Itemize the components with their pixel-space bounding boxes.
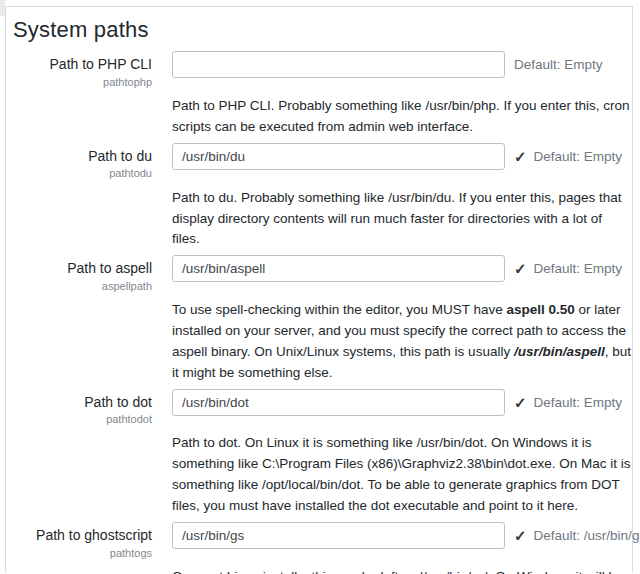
check-icon: ✓ bbox=[514, 528, 527, 543]
setting-label-col: Path to du pathtodu bbox=[6, 143, 172, 181]
setting-description: To use spell-checking within the editor,… bbox=[172, 300, 631, 384]
setting-shortname: pathtodot bbox=[6, 413, 152, 426]
aspellpath-input[interactable] bbox=[172, 255, 505, 282]
pathtodot-input[interactable] bbox=[172, 389, 505, 416]
setting-label: Path to dot bbox=[6, 394, 152, 412]
setting-row-pathtophp: Path to PHP CLI pathtophp ✓ Default: Emp… bbox=[6, 51, 632, 141]
setting-label: Path to aspell bbox=[6, 260, 152, 278]
check-icon: ✓ bbox=[514, 261, 527, 276]
setting-label: Path to PHP CLI bbox=[6, 56, 152, 74]
default-value: Default: Empty bbox=[514, 57, 603, 72]
setting-description: Path to PHP CLI. Probably something like… bbox=[172, 96, 631, 138]
default-value: Default: Empty bbox=[534, 395, 623, 410]
settings-page: System paths Path to PHP CLI pathtophp ✓… bbox=[5, 6, 633, 573]
setting-label-col: Path to ghostscript pathtogs bbox=[6, 522, 172, 560]
check-icon: ✓ bbox=[514, 395, 527, 410]
default-value: Default: Empty bbox=[534, 149, 623, 164]
setting-row-pathtodu: Path to du pathtodu ✓ Default: Empty Pat… bbox=[6, 143, 632, 253]
setting-default-col: ✓ Default: Empty bbox=[514, 143, 632, 170]
setting-description: On most Linux installs, this can be left… bbox=[172, 567, 631, 574]
setting-label-col: Path to PHP CLI pathtophp bbox=[6, 51, 172, 89]
setting-row-pathtodot: Path to dot pathtodot ✓ Default: Empty P… bbox=[6, 389, 632, 520]
setting-input-col bbox=[172, 143, 505, 170]
default-value: Default: /usr/bin/gs bbox=[534, 528, 640, 543]
setting-shortname: aspellpath bbox=[6, 280, 152, 293]
setting-default-col: ✓ Default: /usr/bin/gs bbox=[514, 522, 640, 549]
setting-input-col bbox=[172, 51, 505, 78]
setting-shortname: pathtodu bbox=[6, 167, 152, 180]
setting-label-col: Path to dot pathtodot bbox=[6, 389, 172, 427]
setting-label: Path to du bbox=[6, 148, 152, 166]
setting-default-col: ✓ Default: Empty bbox=[514, 389, 632, 416]
setting-input-col bbox=[172, 522, 505, 549]
setting-description: Path to dot. On Linux it is something li… bbox=[172, 433, 631, 517]
setting-label: Path to ghostscript bbox=[6, 527, 152, 545]
system-paths-form: Path to PHP CLI pathtophp ✓ Default: Emp… bbox=[6, 51, 632, 574]
setting-row-aspellpath: Path to aspell aspellpath ✓ Default: Emp… bbox=[6, 255, 632, 386]
pathtophp-input[interactable] bbox=[172, 51, 505, 78]
setting-label-col: Path to aspell aspellpath bbox=[6, 255, 172, 293]
setting-input-col bbox=[172, 389, 505, 416]
default-value: Default: Empty bbox=[534, 261, 623, 276]
setting-shortname: pathtophp bbox=[6, 76, 152, 89]
check-icon: ✓ bbox=[514, 149, 527, 164]
setting-default-col: ✓ Default: Empty bbox=[514, 51, 632, 78]
page-title: System paths bbox=[13, 17, 632, 43]
setting-shortname: pathtogs bbox=[6, 547, 152, 560]
setting-description: Path to du. Probably something like /usr… bbox=[172, 188, 631, 251]
setting-default-col: ✓ Default: Empty bbox=[514, 255, 632, 282]
setting-input-col bbox=[172, 255, 505, 282]
pathtodu-input[interactable] bbox=[172, 143, 505, 170]
pathtogs-input[interactable] bbox=[172, 522, 505, 549]
setting-row-pathtogs: Path to ghostscript pathtogs ✓ Default: … bbox=[6, 522, 632, 574]
